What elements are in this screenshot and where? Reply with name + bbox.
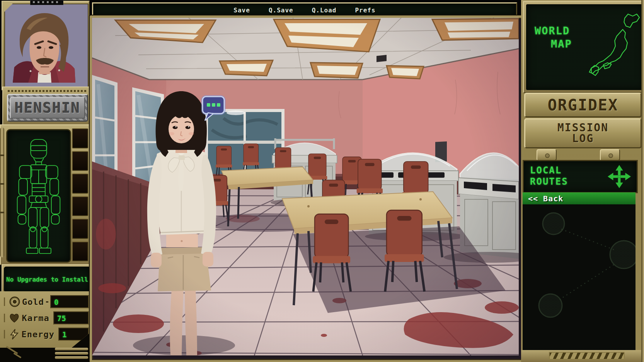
stat-row-karma: Karma 75: [0, 310, 90, 326]
upgrade-slot: [72, 219, 88, 239]
world-map-frame: WORLD MAP: [523, 1, 644, 93]
henshin-frame: HENSHIN: [2, 87, 93, 128]
upgrade-slot: [72, 173, 88, 194]
back-button[interactable]: << Back: [523, 192, 635, 204]
tick-mark: [4, 330, 7, 338]
upgrade-notice-display: No Upgrades to Install: [4, 267, 90, 292]
stat-row-energy: Energy 1: [0, 326, 90, 342]
upgrade-slot: [72, 196, 88, 216]
upgrade-slot: [72, 151, 88, 171]
stat-value-karma: 75: [53, 311, 89, 325]
menu-item-prefs[interactable]: Prefs: [355, 7, 375, 14]
lightning-icon: [9, 328, 20, 340]
world-map-button[interactable]: WORLD MAP: [526, 4, 644, 90]
orgidex-button[interactable]: ORGIDEX: [524, 93, 642, 117]
robot-display: [6, 129, 71, 263]
henshin-label: HENSHIN: [15, 100, 80, 116]
upgrade-slot: [72, 241, 88, 262]
game-screen: HENSHIN: [0, 0, 644, 362]
routes-display: [523, 204, 635, 350]
vent-grill: [55, 348, 88, 360]
stat-label: Gold: [22, 297, 44, 307]
menu-item-qsave[interactable]: Q.Save: [269, 7, 293, 14]
local-routes-header: LOCAL ROUTES: [523, 160, 638, 193]
upgrade-slot: [72, 128, 88, 148]
player-portrait-art: [5, 4, 82, 84]
mission-log-label: MISSION: [557, 122, 608, 133]
stat-value-energy: 1: [58, 328, 89, 341]
sidebar-bottom-trim: [521, 350, 644, 362]
player-portrait: [4, 3, 89, 89]
local-routes-label: LOCAL ROUTES: [530, 165, 568, 187]
upgrade-slot-column: [72, 128, 88, 261]
upgrade-notice-frame: No Upgrades to Install: [2, 264, 93, 294]
robot-status-frame: [0, 124, 91, 265]
menu-bar-screen: Save Q.Save Q.Load Prefs: [93, 3, 516, 17]
hinge-decoration: [600, 149, 620, 161]
world-map-label: WORLD MAP: [535, 24, 572, 51]
stat-label: Karma: [22, 313, 49, 323]
henshin-button[interactable]: HENSHIN: [7, 94, 88, 122]
connector-line: [46, 301, 48, 303]
tick-mark: [4, 314, 7, 322]
hinge-decoration: [537, 149, 557, 161]
back-label: << Back: [528, 194, 563, 203]
stat-row-gold: Gold 0: [0, 294, 90, 310]
stats-panel: Gold 0 Karma 75 Energy 1: [0, 291, 90, 348]
stat-label: Energy: [22, 330, 55, 339]
japan-map-icon: [579, 7, 642, 82]
frame-decoration: [8, 90, 87, 92]
menu-item-save[interactable]: Save: [233, 7, 250, 14]
cafeteria-scene: [92, 18, 519, 355]
scene-viewport[interactable]: [90, 15, 526, 362]
menu-item-qload[interactable]: Q.Load: [312, 7, 337, 14]
orgidex-label: ORGIDEX: [548, 96, 618, 114]
route-nodes: [523, 204, 635, 350]
robot-wireframe: [10, 133, 68, 259]
frame-pipe: [0, 127, 4, 257]
frame-rivets: [30, 0, 63, 5]
heart-icon: [9, 312, 20, 324]
mission-log-button[interactable]: MISSION LOG: [524, 118, 642, 148]
portrait-frame: [2, 1, 90, 90]
coin-icon: [9, 296, 20, 308]
hatch-decoration: [549, 352, 625, 360]
right-sidebar: WORLD MAP ORGIDEX MISSION LOG: [521, 0, 644, 362]
upgrade-notice-text: No Upgrades to Install: [6, 276, 88, 283]
stat-value-gold: 0: [50, 295, 89, 308]
mission-log-label: LOG: [572, 133, 594, 144]
cross-arrows-icon: [607, 165, 631, 189]
left-sidebar: HENSHIN: [0, 0, 90, 362]
tick-mark: [4, 297, 7, 306]
